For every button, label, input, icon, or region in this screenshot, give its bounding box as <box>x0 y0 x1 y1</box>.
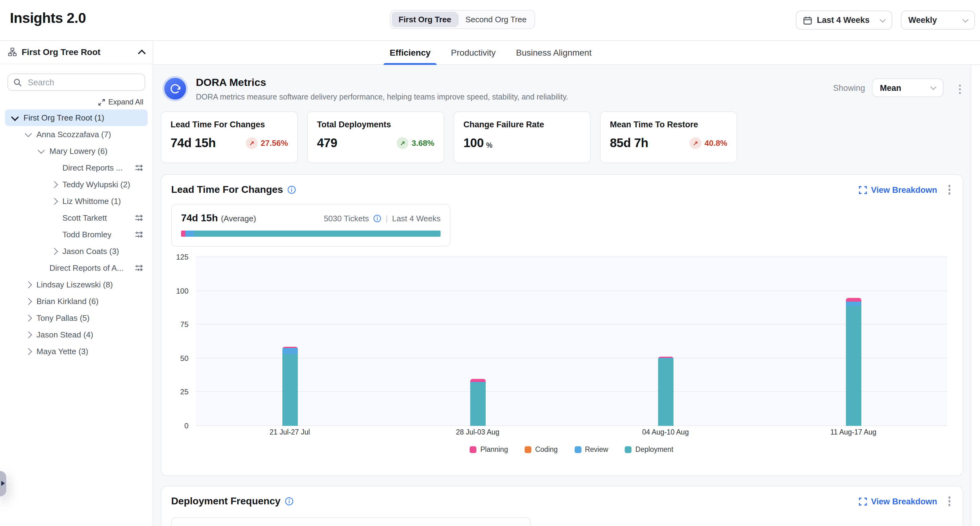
dora-more-options-button[interactable] <box>957 83 963 96</box>
tree-item[interactable]: Direct Reports of A... <box>5 260 148 276</box>
gridline <box>196 358 947 359</box>
bar-segment-deployment[interactable] <box>846 306 861 426</box>
filter-icon[interactable] <box>135 231 143 239</box>
bar-segment-planning[interactable] <box>470 379 485 382</box>
x-axis-label: 04 Aug-10 Aug <box>642 428 689 436</box>
sidebar-header[interactable]: First Org Tree Root <box>0 40 153 64</box>
tree-item[interactable]: Brian Kirkland (6) <box>5 293 148 310</box>
org-tree-toggle-first[interactable]: First Org Tree <box>392 12 458 27</box>
tree-item[interactable]: Anna Scozzafava (7) <box>5 126 148 143</box>
dora-metrics-title: DORA Metrics <box>196 77 568 89</box>
chevron-up-icon[interactable] <box>138 49 146 57</box>
tree-item[interactable]: First Org Tree Root (1) <box>5 109 148 126</box>
metric-card-title: Lead Time For Changes <box>170 120 288 129</box>
expand-all-button[interactable]: Expand All <box>9 98 143 106</box>
deployment-frequency-header: Deployment Frequency View Breakdown <box>171 494 952 508</box>
stacked-bar[interactable] <box>470 379 485 426</box>
phase-segment-planning[interactable] <box>181 231 185 237</box>
tab-business-alignment[interactable]: Business Alignment <box>514 40 593 64</box>
metric-card-title: Mean Time To Restore <box>610 120 727 129</box>
org-tree-toggle: First Org Tree Second Org Tree <box>390 10 535 29</box>
org-tree-toggle-second[interactable]: Second Org Tree <box>459 12 534 27</box>
mean-select[interactable]: Mean <box>872 78 943 97</box>
chevron-right-icon[interactable] <box>24 347 32 355</box>
tree-item[interactable]: Maya Yette (3) <box>5 343 148 360</box>
tab-productivity[interactable]: Productivity <box>449 40 498 64</box>
metric-card-title: Change Failure Rate <box>463 120 581 129</box>
metric-card-value: 100 <box>463 136 484 150</box>
metric-delta-badge: ↗27.56% <box>246 137 288 149</box>
tree-item[interactable]: Jason Stead (4) <box>5 326 148 343</box>
tree-item[interactable]: Direct Reports ... <box>5 159 148 176</box>
deployment-frequency-panel: Deployment Frequency View Breakdown <box>161 486 963 526</box>
tree-item[interactable]: Jason Coats (3) <box>5 243 148 260</box>
deployment-more-options-button[interactable] <box>946 495 952 508</box>
bar-segment-review[interactable] <box>282 348 298 354</box>
chevron-right-icon[interactable] <box>24 331 32 339</box>
legend-item-review[interactable]: Review <box>574 446 608 453</box>
stacked-bar[interactable] <box>658 357 673 426</box>
lead-time-more-options-button[interactable] <box>946 183 952 196</box>
metric-delta-badge: ↗40.8% <box>690 137 727 149</box>
dora-metrics-icon <box>162 76 188 101</box>
date-range-select[interactable]: Last 4 Weeks <box>796 11 892 30</box>
chevron-right-icon[interactable] <box>50 247 58 255</box>
mean-select-value: Mean <box>880 83 901 92</box>
search-input[interactable] <box>27 77 139 88</box>
info-icon[interactable] <box>287 185 296 194</box>
stacked-bar[interactable] <box>846 298 861 426</box>
average-value: 74d 15h <box>181 213 218 224</box>
tree-item[interactable]: Mary Lowery (6) <box>5 143 148 159</box>
filter-icon[interactable] <box>135 214 143 222</box>
main-content: DORA Metrics DORA metrics measure softwa… <box>153 64 971 526</box>
tree-item[interactable]: Scott Tarkett <box>5 210 148 226</box>
chevron-down-icon[interactable] <box>37 147 45 155</box>
info-icon[interactable] <box>285 497 294 505</box>
insights-dashboard: Insights 2.0 First Org Tree Second Org T… <box>0 0 980 526</box>
bar-segment-planning[interactable] <box>846 298 861 301</box>
top-bar: Insights 2.0 First Org Tree Second Org T… <box>0 0 980 41</box>
tree-item[interactable]: Liz Whittome (1) <box>5 193 148 210</box>
legend-item-planning[interactable]: Planning <box>470 446 508 453</box>
phase-segment-deployment[interactable] <box>194 231 441 237</box>
sidebar-search[interactable] <box>7 73 145 91</box>
stacked-bar[interactable] <box>282 347 298 426</box>
trend-up-icon: ↗ <box>246 137 258 149</box>
tab-efficiency[interactable]: Efficiency <box>388 40 432 64</box>
bar-segment-deployment[interactable] <box>658 359 673 426</box>
chevron-right-icon[interactable] <box>24 281 32 289</box>
bar-segment-deployment[interactable] <box>470 383 485 426</box>
gridline <box>196 392 947 392</box>
chart-plot-area <box>196 257 947 426</box>
info-icon[interactable] <box>373 215 381 223</box>
filter-icon[interactable] <box>135 264 143 272</box>
tree-item[interactable]: Todd Bromley <box>5 226 148 243</box>
granularity-select[interactable]: Weekly <box>901 11 975 30</box>
tree-item[interactable]: Teddy Wylupski (2) <box>5 176 148 193</box>
legend-item-coding[interactable]: Coding <box>525 446 558 453</box>
phase-segment-review[interactable] <box>185 231 194 237</box>
chevron-down-icon[interactable] <box>24 131 32 139</box>
chevron-right-icon[interactable] <box>50 180 58 188</box>
legend-label: Planning <box>480 446 508 453</box>
chevron-spacer <box>50 214 58 222</box>
x-axis-label: 28 Jul-03 Aug <box>456 428 500 436</box>
chevron-right-icon[interactable] <box>24 314 32 322</box>
view-breakdown-label: View Breakdown <box>871 185 937 194</box>
tree-item-label: Liz Whittome (1) <box>62 196 121 206</box>
filter-icon[interactable] <box>135 164 143 172</box>
tree-item[interactable]: Lindsay Liszewski (8) <box>5 276 148 293</box>
chevron-right-icon[interactable] <box>24 297 32 305</box>
scrollbar-track[interactable] <box>971 64 980 526</box>
bar-segment-deployment[interactable] <box>282 354 298 426</box>
summary-meta: 5030 Tickets | Last 4 Weeks <box>324 214 441 223</box>
date-range-value: Last 4 Weeks <box>817 16 870 25</box>
view-breakdown-button[interactable]: View Breakdown <box>859 185 937 194</box>
view-breakdown-button[interactable]: View Breakdown <box>859 497 937 506</box>
chevron-right-icon[interactable] <box>50 197 58 205</box>
bar-segment-review[interactable] <box>846 301 861 306</box>
tree-item[interactable]: Tony Pallas (5) <box>5 310 148 326</box>
chevron-down-icon[interactable] <box>11 114 19 122</box>
sidebar-collapse-toggle[interactable] <box>0 471 6 496</box>
legend-item-deployment[interactable]: Deployment <box>625 446 673 453</box>
